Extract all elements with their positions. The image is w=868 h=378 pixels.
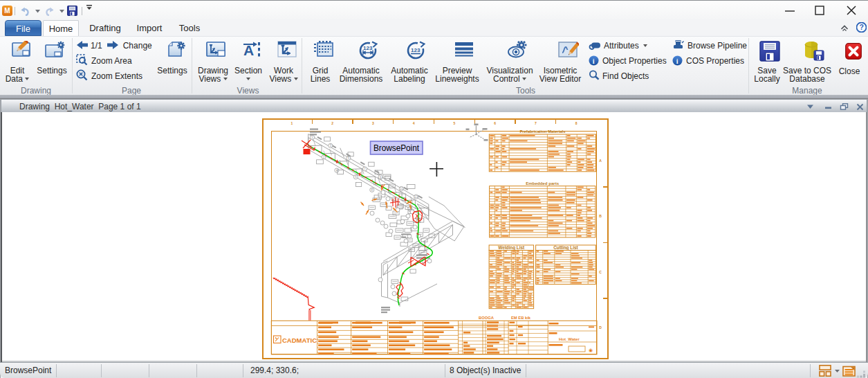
svg-text:EM EB kik: EM EB kik [511,316,531,320]
svg-text:3: 3 [372,121,374,125]
svg-text:10: 10 [391,198,396,201]
svg-text:?: ? [860,23,864,31]
svg-text:BrowsePoint: BrowsePoint [373,143,419,153]
svg-text:i: i [676,57,678,65]
svg-text:i: i [593,57,595,65]
svg-text:8: 8 [575,121,578,125]
svg-text:A: A [599,159,602,163]
svg-text:Welding List: Welding List [498,245,525,251]
svg-text:5: 5 [454,121,456,125]
svg-text:2: 2 [331,121,333,125]
svg-text:123: 123 [411,47,421,53]
svg-text:◉: ◉ [589,348,593,352]
svg-text:Hot_Water: Hot_Water [559,337,580,341]
svg-text:11: 11 [400,187,403,190]
svg-text:C: C [599,270,602,274]
svg-text:1: 1 [291,121,293,125]
svg-text:B: B [599,214,602,218]
svg-text:Prefabrication Materials: Prefabrication Materials [519,129,566,134]
svg-text:CADMATIC: CADMATIC [282,336,317,344]
svg-text:13: 13 [414,195,418,199]
svg-text:Embedded parts: Embedded parts [526,181,560,186]
svg-text:D: D [599,325,602,330]
svg-text:6: 6 [494,121,496,125]
svg-text:12: 12 [408,207,412,210]
svg-text:BOOGA: BOOGA [479,316,495,320]
svg-text:123: 123 [363,45,373,51]
svg-text:4: 4 [413,121,415,125]
svg-text:7: 7 [535,121,537,125]
